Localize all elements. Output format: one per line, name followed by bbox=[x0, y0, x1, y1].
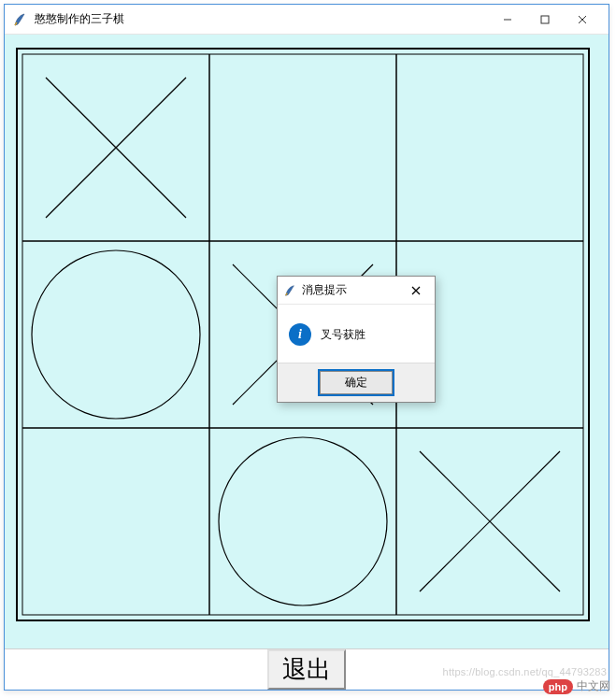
main-titlebar[interactable]: 憨憨制作的三子棋 bbox=[5, 5, 609, 35]
dialog-close-button[interactable] bbox=[403, 280, 429, 301]
cell-2-0[interactable] bbox=[22, 428, 209, 615]
svg-line-3 bbox=[579, 16, 586, 23]
cell-0-1[interactable] bbox=[209, 54, 396, 241]
svg-line-2 bbox=[579, 16, 586, 23]
cell-1-0[interactable] bbox=[22, 241, 209, 428]
maximize-button[interactable] bbox=[526, 7, 564, 33]
minimize-button[interactable] bbox=[489, 7, 526, 33]
dialog-title: 消息提示 bbox=[302, 282, 403, 298]
php-badge: php bbox=[543, 679, 573, 694]
exit-button[interactable]: 退出 bbox=[267, 649, 346, 690]
svg-rect-1 bbox=[541, 16, 549, 23]
dialog-body: i 叉号获胜 bbox=[278, 305, 435, 363]
dialog-footer: 确定 bbox=[278, 363, 435, 402]
message-dialog: 消息提示 i 叉号获胜 确定 bbox=[277, 276, 436, 403]
dialog-app-icon bbox=[283, 284, 296, 297]
cell-0-2[interactable] bbox=[396, 54, 583, 241]
blog-watermark: https://blog.csdn.net/qq_44793283 bbox=[443, 666, 607, 677]
watermark-text: 中文网 bbox=[577, 678, 610, 694]
ok-button[interactable]: 确定 bbox=[320, 371, 393, 394]
window-controls bbox=[489, 7, 601, 33]
site-watermark: php 中文网 bbox=[543, 678, 610, 694]
dialog-titlebar[interactable]: 消息提示 bbox=[278, 277, 435, 305]
cell-0-0[interactable] bbox=[22, 54, 209, 241]
close-button[interactable] bbox=[564, 7, 601, 33]
info-icon: i bbox=[289, 323, 311, 346]
cell-2-1[interactable] bbox=[209, 428, 396, 615]
app-icon bbox=[12, 12, 27, 27]
cell-2-2[interactable] bbox=[396, 428, 583, 615]
window-title: 憨憨制作的三子棋 bbox=[35, 11, 489, 27]
dialog-message: 叉号获胜 bbox=[321, 327, 365, 343]
